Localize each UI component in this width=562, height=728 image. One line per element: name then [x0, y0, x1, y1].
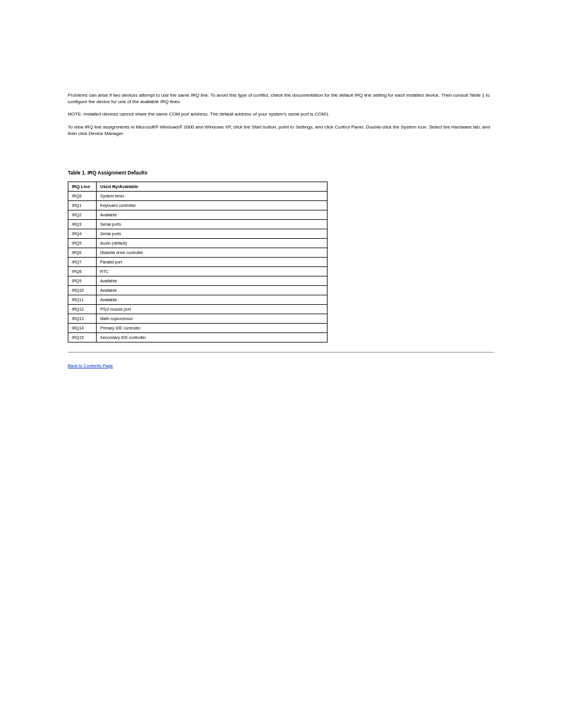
- cell-usedby: Primary IDE controller: [97, 323, 328, 332]
- cell-irq: IRQ10: [68, 285, 97, 295]
- table-row: IRQ1 Keyboard controller: [68, 200, 328, 210]
- intro-paragraph-1: Problems can arise if two devices attemp…: [68, 92, 494, 105]
- intro-paragraph-3: To view IRQ line assignments in Microsof…: [68, 124, 494, 137]
- cell-irq: IRQ15: [68, 332, 97, 342]
- table-row: IRQ8 RTC: [68, 266, 328, 276]
- cell-usedby: RTC: [97, 266, 328, 276]
- table-row: IRQ10 Available: [68, 285, 328, 295]
- table-row: IRQ5 Audio (default): [68, 238, 328, 248]
- table-row: IRQ11 Available: [68, 295, 328, 304]
- table-heading: Table 1. IRQ Assignment Defaults: [68, 170, 494, 176]
- table-row: IRQ14 Primary IDE controller: [68, 323, 328, 332]
- cell-irq: IRQ8: [68, 266, 97, 276]
- table-row: IRQ15 Secondary IDE controller: [68, 332, 328, 342]
- separator: [68, 352, 494, 353]
- table-heading-title: 1. IRQ Assignment Defaults: [82, 170, 147, 176]
- cell-usedby: Serial ports: [97, 219, 328, 229]
- cell-usedby: Available: [97, 295, 328, 304]
- table-col-irq-line: IRQ Line: [68, 182, 97, 191]
- cell-usedby: Serial ports: [97, 229, 328, 238]
- cell-irq: IRQ13: [68, 314, 97, 323]
- cell-usedby: Parallel port: [97, 257, 328, 266]
- cell-irq: IRQ12: [68, 304, 97, 314]
- cell-irq: IRQ4: [68, 229, 97, 238]
- cell-irq: IRQ1: [68, 200, 97, 210]
- table-row: IRQ3 Serial ports: [68, 219, 328, 229]
- cell-usedby: PS/2 mouse port: [97, 304, 328, 314]
- intro-paragraph-2: NOTE: Installed devices cannot share the…: [68, 111, 494, 117]
- cell-usedby: Available: [97, 210, 328, 219]
- table-row: IRQ9 Available: [68, 276, 328, 285]
- cell-usedby: Secondary IDE controller: [97, 332, 328, 342]
- cell-usedby: Available: [97, 276, 328, 285]
- cell-usedby: System timer: [97, 191, 328, 200]
- table-heading-prefix: Table: [68, 170, 81, 176]
- back-to-contents-link[interactable]: Back to Contents Page: [68, 363, 494, 368]
- cell-irq: IRQ0: [68, 191, 97, 200]
- cell-usedby: Keyboard controller: [97, 200, 328, 210]
- cell-usedby: Math coprocessor: [97, 314, 328, 323]
- table-row: IRQ0 System timer: [68, 191, 328, 200]
- irq-table: IRQ Line Used By/Available IRQ0 System t…: [68, 182, 328, 342]
- table-row: IRQ4 Serial ports: [68, 229, 328, 238]
- cell-usedby: Audio (default): [97, 238, 328, 248]
- cell-irq: IRQ2: [68, 210, 97, 219]
- cell-irq: IRQ6: [68, 248, 97, 257]
- cell-irq: IRQ7: [68, 257, 97, 266]
- cell-irq: IRQ5: [68, 238, 97, 248]
- cell-irq: IRQ11: [68, 295, 97, 304]
- cell-irq: IRQ3: [68, 219, 97, 229]
- cell-irq: IRQ9: [68, 276, 97, 285]
- table-row: IRQ7 Parallel port: [68, 257, 328, 266]
- table-row: IRQ2 Available: [68, 210, 328, 219]
- table-row: IRQ6 Diskette drive controller: [68, 248, 328, 257]
- cell-usedby: Diskette drive controller: [97, 248, 328, 257]
- cell-usedby: Available: [97, 285, 328, 295]
- table-row: IRQ12 PS/2 mouse port: [68, 304, 328, 314]
- table-col-used-by: Used By/Available: [97, 182, 328, 191]
- cell-irq: IRQ14: [68, 323, 97, 332]
- table-row: IRQ13 Math coprocessor: [68, 314, 328, 323]
